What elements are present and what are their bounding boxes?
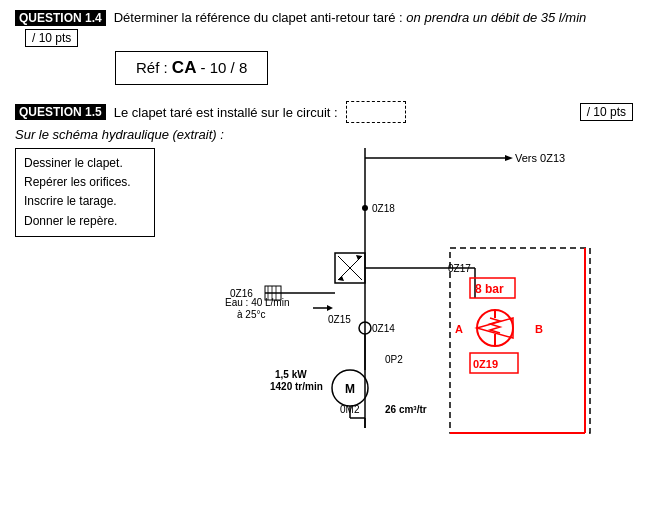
instruction-3: Inscrire le tarage. <box>24 192 146 211</box>
q15-header: QUESTION 1.5 Le clapet taré est installé… <box>15 101 633 123</box>
q14-text: Déterminer la référence du clapet anti-r… <box>114 10 633 25</box>
q15-badge: QUESTION 1.5 <box>15 104 106 120</box>
q14-badge: QUESTION 1.4 <box>15 10 106 26</box>
q15-answer-box[interactable] <box>346 101 406 123</box>
svg-text:26 cm³/tr: 26 cm³/tr <box>385 404 427 415</box>
svg-text:1,5 kW: 1,5 kW <box>275 369 307 380</box>
svg-text:M: M <box>345 382 355 396</box>
q15-italic-note: Sur le schéma hydraulique (extrait) : <box>15 127 633 142</box>
svg-text:0Z15: 0Z15 <box>328 314 351 325</box>
ref-box: Réf : CA - 10 / 8 <box>115 51 268 85</box>
q15-pts: / 10 pts <box>580 103 633 121</box>
ref-rest: - 10 / 8 <box>201 59 248 76</box>
hydraulic-diagram: Vers 0Z13 0Z18 0Z17 <box>165 148 633 438</box>
svg-text:Vers 0Z13: Vers 0Z13 <box>515 152 565 164</box>
svg-text:B: B <box>535 323 543 335</box>
svg-text:8 bar: 8 bar <box>475 282 504 296</box>
q14-italic: on prendra un débit de 35 l/min <box>406 10 586 25</box>
diagram-svg: Vers 0Z13 0Z18 0Z17 <box>165 148 595 438</box>
svg-text:à 25°c: à 25°c <box>237 309 265 320</box>
svg-text:0Z18: 0Z18 <box>372 203 395 214</box>
q14-main-text: Déterminer la référence du clapet anti-r… <box>114 10 403 25</box>
q14-header: QUESTION 1.4 Déterminer la référence du … <box>15 10 633 26</box>
instructions-box: Dessiner le clapet. Repérer les orifices… <box>15 148 155 237</box>
svg-point-4 <box>362 205 368 211</box>
svg-text:0Z19: 0Z19 <box>473 358 498 370</box>
svg-rect-33 <box>450 248 590 433</box>
svg-text:A: A <box>455 323 463 335</box>
svg-text:1420 tr/min: 1420 tr/min <box>270 381 323 392</box>
q15-text: Le clapet taré est installé sur le circu… <box>114 105 338 120</box>
svg-text:0Z14: 0Z14 <box>372 323 395 334</box>
instruction-1: Dessiner le clapet. <box>24 154 146 173</box>
question-15: QUESTION 1.5 Le clapet taré est installé… <box>15 101 633 438</box>
diagram-area: Dessiner le clapet. Repérer les orifices… <box>15 148 633 438</box>
q14-pts: / 10 pts <box>25 29 78 47</box>
ref-label: Réf : <box>136 59 168 76</box>
svg-text:0P2: 0P2 <box>385 354 403 365</box>
instruction-4: Donner le repère. <box>24 212 146 231</box>
question-14: QUESTION 1.4 Déterminer la référence du … <box>15 10 633 91</box>
svg-marker-32 <box>327 305 333 311</box>
instruction-2: Repérer les orifices. <box>24 173 146 192</box>
ref-ca: CA <box>172 58 197 77</box>
svg-marker-2 <box>505 155 513 161</box>
svg-text:Eau : 40 L/min: Eau : 40 L/min <box>225 297 289 308</box>
